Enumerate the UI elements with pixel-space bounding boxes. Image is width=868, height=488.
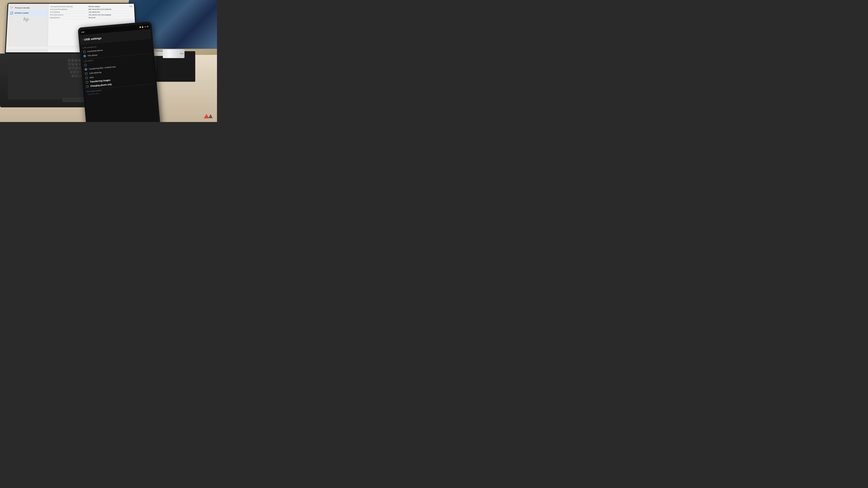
key-period[interactable]: > [79, 74, 81, 78]
back-button[interactable]: ‹ [82, 38, 83, 41]
page-title: USB settings [84, 37, 102, 41]
phone-body: 3:22 📶 ▐▌ 76% 🔋 ‹ USB se [78, 21, 161, 122]
key-7[interactable]: 7 [68, 63, 71, 66]
status-time: 3:22 [81, 31, 84, 33]
radio-usb-tethering[interactable] [85, 72, 88, 75]
key-o[interactable]: O [75, 67, 78, 70]
shield-icon: 🛡 [10, 6, 13, 9]
label-midi: MIDI [90, 76, 94, 79]
key-8[interactable]: 8 [71, 63, 74, 66]
network-row-linkspeed: Link speed (Receive/Transmit): 851/851 (… [50, 5, 133, 8]
network-row-manufacturer: Manufacturer: Microsoft [50, 17, 133, 19]
radio-this-device[interactable] [83, 55, 86, 58]
network-row-ipv4: IPv4 address: 192.168.90.102 [50, 11, 133, 13]
key-f7[interactable]: f7 [68, 59, 71, 62]
radio-connected-device[interactable] [83, 51, 86, 53]
key-i[interactable]: I [71, 67, 74, 70]
hp-logo: hp [24, 16, 29, 22]
radio-charging-only[interactable] [86, 85, 89, 88]
key-f9[interactable]: f9 [74, 59, 78, 62]
battery-icon-phone: 🔋 [147, 26, 149, 28]
label-connected-device: Connected device [87, 49, 103, 53]
android-ui: 3:22 📶 ▐▌ 76% 🔋 ‹ USB se [80, 24, 159, 122]
radio-transferring-images[interactable] [86, 81, 88, 84]
key-u[interactable]: U [68, 67, 71, 70]
usb-symbol [182, 53, 184, 55]
phone-screen: 3:22 📶 ▐▌ 76% 🔋 ‹ USB se [80, 24, 159, 122]
radio-midi[interactable] [85, 76, 88, 79]
ss-label: SS [180, 53, 182, 54]
label-usb-tethering: USB tethering [89, 71, 101, 74]
signal-icon: ▐▌ [142, 27, 144, 28]
sidebar-item-privacy-security[interactable]: 🛡 Privacy & security [8, 5, 48, 10]
radio-transferring-files[interactable] [84, 68, 87, 71]
radio-no-transfer[interactable] [84, 64, 87, 66]
key-l[interactable]: L [76, 71, 80, 74]
settings-sidebar: 🛡 Privacy & security 🔄 Windows Update [6, 4, 49, 52]
wifi-icon: 📶 [140, 27, 141, 28]
label-this-device: This device [88, 54, 97, 57]
smartphone: 3:22 📶 ▐▌ 76% 🔋 ‹ USB se [78, 21, 161, 122]
key-comma[interactable]: < [75, 74, 78, 78]
watermark [204, 114, 213, 118]
sidebar-item-windows-update[interactable]: 🔄 Windows Update [8, 10, 48, 15]
label-charging-only: Charging phone only [90, 83, 112, 88]
cable-connector: SS [163, 49, 185, 58]
usb-settings-content: USB controlled by Connected device This … [81, 39, 156, 97]
refresh-icon: 🔄 [10, 11, 13, 14]
key-m[interactable]: M [71, 74, 74, 78]
key-9[interactable]: 9 [75, 63, 78, 66]
scene-background: 🛡 Privacy & security 🔄 Windows Update [0, 0, 217, 122]
network-row-ipv6: Link-local IPv6 address: fe80::81a2:6f37… [50, 8, 132, 11]
network-row-dns: IPv4 DNS servers: 192.168.90.120 (Unencr… [50, 13, 133, 17]
watermark-triangle-gray [208, 114, 213, 118]
status-icons: 📶 ▐▌ 76% 🔋 [140, 26, 149, 28]
key-f8[interactable]: f8 [71, 59, 74, 62]
key-p[interactable]: P [79, 67, 81, 70]
key-j[interactable]: J [70, 71, 73, 74]
network-info-table: Link speed (Receive/Transmit): 851/851 (… [50, 5, 133, 19]
copy-button[interactable]: Copy [129, 6, 132, 7]
battery-indicator: 76% 🔋 [144, 26, 149, 28]
key-k[interactable]: K [73, 71, 76, 74]
